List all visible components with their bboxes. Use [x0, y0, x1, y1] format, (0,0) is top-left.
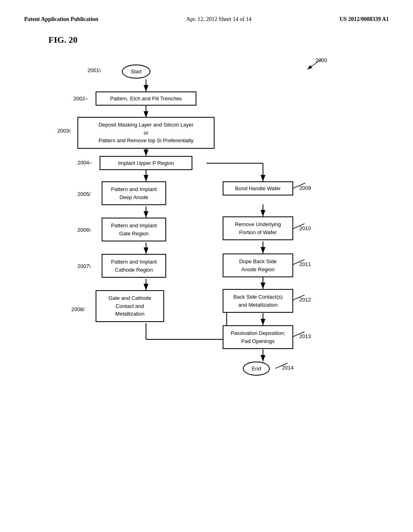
ref-2000-arrow [295, 53, 327, 73]
end-node: End [243, 362, 270, 376]
page: Patent Application Publication Apr. 12, … [0, 0, 413, 532]
node-2010: Remove UnderlyingPortion of Wafer [223, 216, 293, 240]
ref-2012-arrow [290, 293, 307, 303]
node-2013: Passivation Deposition;Pad Openings [223, 325, 293, 349]
svg-line-23 [292, 260, 305, 265]
header-left: Patent Application Publication [24, 16, 98, 23]
ref-2007: 2007\ [77, 263, 91, 269]
svg-line-22 [292, 224, 305, 229]
node-2007: Pattern and ImplantCathode Region [102, 254, 166, 278]
ref-2011-arrow [290, 258, 307, 268]
svg-line-26 [275, 363, 288, 368]
node-2006: Pattern and ImplantGate Region [102, 218, 166, 241]
ref-2010-arrow [290, 222, 307, 232]
node-2003: Deposit Masking Layer and Silicon Layero… [77, 117, 215, 149]
diagram-arrows [33, 49, 380, 444]
node-2005: Pattern and ImplantDeep Anode [102, 181, 166, 205]
ref-2004: 2004– [77, 160, 92, 166]
diagram-container: 2000 Start 2001\ Pattern, Etch and Fill … [33, 49, 380, 444]
node-2004: Implant Upper P Region [100, 156, 192, 170]
node-2002: Pattern, Etch and Fill Trenches [96, 91, 196, 106]
ref-2001: 2001\ [88, 67, 101, 73]
node-2009: Bond Handle Wafer [223, 181, 293, 195]
ref-2013-arrow [290, 330, 307, 340]
figure-label: FIG. 20 [48, 35, 389, 45]
ref-2006: 2006\ [77, 227, 91, 233]
node-2011: Dope Back SideAnode Region [223, 254, 293, 277]
ref-2005: 2005/ [77, 191, 91, 197]
page-header: Patent Application Publication Apr. 12, … [24, 16, 389, 23]
svg-line-20 [307, 59, 321, 69]
ref-2014-arrow [273, 361, 290, 371]
header-center: Apr. 12, 2012 Sheet 14 of 14 [186, 16, 252, 23]
ref-2003: 2003\ [57, 128, 71, 134]
ref-2002: 2002– [73, 96, 88, 102]
start-node: Start [122, 64, 150, 79]
node-2008: Gate and CathodeContact andMetallization [96, 290, 164, 322]
ref-2009-arrow [291, 181, 307, 191]
svg-line-24 [292, 295, 305, 300]
ref-2008: 2008/ [71, 306, 85, 312]
header-right: US 2012/0088339 A1 [340, 16, 389, 23]
node-2012: Back Side Contact(s)and Metallization [223, 289, 293, 313]
svg-line-25 [292, 332, 305, 337]
svg-line-21 [293, 183, 305, 188]
